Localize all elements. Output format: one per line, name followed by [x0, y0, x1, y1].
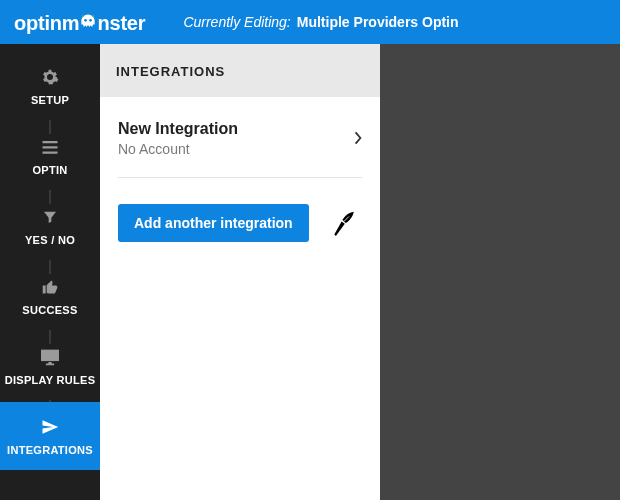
- integration-title: New Integration: [118, 119, 238, 139]
- panel-body: New Integration No Account Add another i…: [100, 97, 380, 500]
- app-body: SETUP OPTIN YES / NO: [0, 44, 620, 500]
- sidebar-item-optin[interactable]: OPTIN: [0, 122, 100, 190]
- integration-row[interactable]: New Integration No Account: [118, 97, 362, 177]
- gear-icon: [4, 66, 96, 88]
- integration-subtitle: No Account: [118, 141, 238, 157]
- brand-logo: optinm nster: [14, 10, 145, 35]
- sidebar-item-setup[interactable]: SETUP: [0, 52, 100, 120]
- monster-icon: [78, 12, 98, 32]
- send-icon: [4, 416, 96, 438]
- add-integration-row: Add another integration: [118, 178, 362, 268]
- add-integration-button[interactable]: Add another integration: [118, 204, 309, 242]
- sidebar-item-label: SUCCESS: [4, 304, 96, 316]
- app-header: optinm nster Currently Editing: Multiple…: [0, 0, 620, 44]
- cursor-quill-icon: [331, 210, 357, 236]
- panel-title: INTEGRATIONS: [100, 44, 380, 97]
- sidebar-item-yesno[interactable]: YES / NO: [0, 192, 100, 260]
- editing-name: Multiple Providers Optin: [297, 14, 459, 30]
- editing-indicator: Currently Editing: Multiple Providers Op…: [183, 14, 458, 30]
- sidebar-item-label: INTEGRATIONS: [4, 444, 96, 456]
- svg-rect-4: [43, 141, 58, 143]
- brand-text-post: nster: [97, 12, 145, 35]
- menu-icon: [4, 136, 96, 158]
- sidebar-item-label: OPTIN: [4, 164, 96, 176]
- thumbs-up-icon: [4, 276, 96, 298]
- sidebar-item-display-rules[interactable]: DISPLAY RULES: [0, 332, 100, 400]
- sidebar-item-integrations[interactable]: INTEGRATIONS: [0, 402, 100, 470]
- app-root: optinm nster Currently Editing: Multiple…: [0, 0, 620, 500]
- brand-text-pre: optinm: [14, 12, 79, 35]
- sidebar-item-label: YES / NO: [4, 234, 96, 246]
- sidebar-item-label: SETUP: [4, 94, 96, 106]
- monitor-icon: [4, 346, 96, 368]
- svg-rect-5: [43, 146, 58, 148]
- editor-canvas: [380, 44, 620, 500]
- chevron-right-icon: [354, 131, 362, 145]
- svg-point-3: [93, 15, 95, 17]
- svg-point-0: [85, 19, 88, 22]
- svg-point-1: [90, 19, 93, 22]
- sidebar-item-success[interactable]: SUCCESS: [0, 262, 100, 330]
- sidebar-item-label: DISPLAY RULES: [4, 374, 96, 386]
- svg-point-2: [83, 15, 85, 17]
- editing-label: Currently Editing:: [183, 14, 290, 30]
- svg-rect-6: [43, 152, 58, 154]
- settings-panel: INTEGRATIONS New Integration No Account …: [100, 44, 380, 500]
- sidebar: SETUP OPTIN YES / NO: [0, 44, 100, 500]
- funnel-icon: [4, 206, 96, 228]
